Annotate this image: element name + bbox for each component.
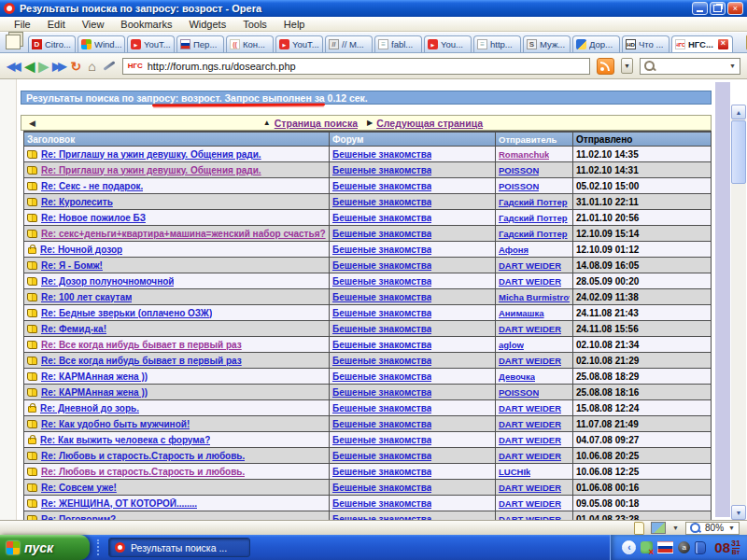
tab-wind[interactable]: Wind... — [78, 35, 125, 52]
sender-link[interactable]: Девочка — [499, 371, 535, 382]
tab-дор[interactable]: Дор... — [572, 35, 620, 52]
topic-link[interactable]: Re: Ночной дозор — [40, 245, 122, 255]
sender-link[interactable]: Гадский Поттер — [499, 229, 568, 239]
topic-link[interactable]: Re: КАРМАнная жена )) — [41, 371, 148, 382]
menu-bookmarks[interactable]: Bookmarks — [112, 19, 180, 30]
search-page-link[interactable]: Страница поиска — [275, 118, 358, 129]
forum-link[interactable]: Бешеные знакомства — [332, 467, 431, 477]
rewind-button[interactable]: ◀◀ — [7, 61, 18, 72]
document-icon[interactable] — [634, 522, 644, 535]
menu-view[interactable]: View — [74, 19, 113, 30]
topic-link[interactable]: Re: Как удобно быть мужчиной! — [41, 419, 190, 429]
forum-link[interactable]: Бешеные знакомства — [332, 419, 431, 429]
forum-link[interactable]: Бешеные знакомства — [332, 483, 431, 493]
tab-fabl[interactable]: ≡fabl... — [374, 35, 422, 52]
back-button[interactable]: ◀ — [24, 60, 32, 73]
sender-link[interactable]: Гадский Поттер — [499, 213, 568, 223]
sender-link[interactable]: DART WEIDER — [499, 260, 561, 271]
forum-link[interactable]: Бешеные знакомства — [332, 403, 431, 413]
topic-link[interactable]: Re: Дневной до зорь. — [40, 403, 139, 413]
topic-link[interactable]: Re: Любовь и старость.Старость и любовь. — [41, 451, 245, 461]
sender-link[interactable]: Анимашка — [499, 308, 544, 318]
topic-link[interactable]: Re: Фемид-ка! — [41, 324, 106, 334]
tray-agent-icon[interactable]: a — [678, 541, 690, 553]
tray-dictionary-icon[interactable] — [695, 541, 706, 554]
forum-link[interactable]: Бешеные знакомства — [332, 451, 431, 461]
note-pencil-icon[interactable] — [103, 61, 115, 70]
tab-list-icon[interactable] — [6, 35, 21, 49]
rss-dropdown[interactable]: ▼ — [621, 58, 633, 74]
topic-link[interactable]: Re: 100 лет скаутам — [41, 292, 132, 302]
forum-link[interactable]: Бешеные знакомства — [332, 181, 431, 191]
topic-link[interactable]: Re: Я - Бомж! — [41, 260, 103, 271]
tray-chevron-icon[interactable]: ‹ — [622, 540, 636, 554]
sender-link[interactable]: Афоня — [499, 245, 529, 255]
topic-link[interactable]: Re: Все когда нибудь бывает в первый раз — [41, 356, 242, 366]
topic-link[interactable]: Re: Секс - не подарок. — [41, 181, 143, 191]
topic-link[interactable]: Re: Как выжить человека с форума? — [40, 435, 210, 445]
topic-link[interactable]: Re: Приглашу на ужин девушку. Общения ра… — [41, 149, 261, 160]
menu-edit[interactable]: Edit — [39, 19, 74, 30]
topic-link[interactable]: Re: Приглашу на ужин девушку. Общения ра… — [41, 165, 261, 175]
topic-link[interactable]: Re: Совсем уже! — [41, 483, 117, 493]
scroll-up-icon[interactable]: ▲ — [731, 105, 746, 119]
forum-link[interactable]: Бешеные знакомства — [332, 245, 431, 255]
sender-link[interactable]: DART WEIDER — [499, 435, 561, 445]
reload-button[interactable]: ↻ — [71, 60, 82, 73]
topic-link[interactable]: Re: Все когда нибудь бывает в первый раз — [41, 340, 242, 350]
forum-link[interactable]: Бешеные знакомства — [332, 340, 431, 350]
tab-пер[interactable]: Пер... — [176, 35, 224, 52]
forward-button[interactable]: ▶ — [38, 60, 46, 73]
tab-кон[interactable]: ((Кон... — [226, 35, 274, 52]
topic-link[interactable]: Re: Новое пожилое БЗ — [41, 213, 146, 223]
home-button[interactable]: ⌂ — [88, 60, 95, 73]
forum-link[interactable]: Бешеные знакомства — [332, 498, 431, 509]
images-toggle-icon[interactable] — [651, 522, 666, 534]
forum-link[interactable]: Бешеные знакомства — [332, 308, 431, 318]
sender-link[interactable]: aglow — [499, 340, 524, 350]
forum-link[interactable]: Бешеные знакомства — [332, 229, 431, 239]
images-dropdown[interactable]: ▼ — [672, 525, 679, 531]
prev-page-arrow-icon[interactable]: ◀ — [29, 119, 35, 128]
restore-button[interactable] — [710, 2, 726, 15]
forum-link[interactable]: Бешеные знакомства — [332, 292, 431, 302]
rss-icon[interactable] — [597, 58, 614, 75]
zoom-control[interactable]: 80% ▼ — [685, 522, 740, 535]
tab-муж[interactable]: SМуж... — [523, 35, 571, 52]
forum-link[interactable]: Бешеные знакомства — [332, 165, 431, 175]
sender-link[interactable]: DART WEIDER — [499, 419, 561, 429]
sender-link[interactable]: DART WEIDER — [499, 276, 561, 287]
tab-http[interactable]: ≡http... — [473, 35, 521, 52]
topic-link[interactable]: Re: секс+деньги+квартира+машина=женский … — [41, 229, 326, 239]
tab-close-icon[interactable]: × — [717, 38, 729, 50]
forum-link[interactable]: Бешеные знакомства — [332, 324, 431, 334]
topic-link[interactable]: Re: Куролесить — [41, 197, 113, 207]
next-page-link[interactable]: Следующая страница — [376, 118, 483, 129]
sender-link[interactable]: POISSON — [499, 165, 539, 175]
menu-help[interactable]: Help — [275, 19, 314, 30]
vertical-scrollbar[interactable]: ▲ ▼ — [731, 105, 746, 520]
topic-link[interactable]: Re: Бедные зверьки (оплачено ОЗЖ) — [41, 308, 212, 318]
minimize-button[interactable] — [692, 2, 708, 15]
sender-link[interactable]: POISSON — [499, 387, 539, 398]
close-button[interactable]: × — [727, 2, 743, 15]
forum-link[interactable]: Бешеные знакомства — [332, 387, 431, 398]
forum-link[interactable]: Бешеные знакомства — [332, 371, 431, 382]
search-input[interactable]: ▼ — [640, 58, 740, 75]
tab-you[interactable]: ▶You... — [424, 35, 472, 52]
topic-link[interactable]: Re: Дозор полуночномочной — [41, 276, 174, 287]
forum-link[interactable]: Бешеные знакомства — [332, 356, 431, 366]
tab-citro[interactable]: DCitro... — [28, 35, 76, 52]
menu-file[interactable]: File — [6, 19, 39, 30]
scrollbar-thumb[interactable] — [731, 120, 746, 184]
forum-link[interactable]: Бешеные знакомства — [332, 435, 431, 445]
topic-link[interactable]: Re: ЖЕНЩИНА, ОТ КОТОРОЙ........ — [41, 498, 197, 509]
sender-link[interactable]: DART WEIDER — [499, 403, 561, 413]
tab-что[interactable]: HDЧто ... — [622, 35, 669, 52]
search-engine-dropdown[interactable]: ▼ — [729, 63, 736, 69]
tab-нгс[interactable]: НГСНГС...× — [671, 35, 733, 52]
tray-clock[interactable]: 08 31 Вт — [714, 539, 740, 555]
menu-tools[interactable]: Tools — [234, 19, 275, 30]
fast-forward-button[interactable]: ▶▶ — [52, 61, 63, 72]
tab-m[interactable]: //// M... — [325, 35, 373, 52]
